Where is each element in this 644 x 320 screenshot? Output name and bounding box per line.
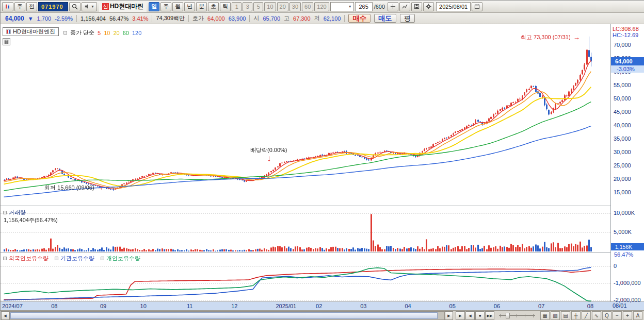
volume-chart-canvas[interactable]	[1, 206, 610, 252]
stock-label-box[interactable]: HD현대마린엔진	[3, 27, 59, 36]
current-volume-badge: 1,156K	[611, 243, 644, 250]
foreign-holdings-label: 외국인보유수량	[9, 255, 49, 262]
zoom-slider[interactable]	[499, 311, 535, 320]
chart-scrollbar[interactable]	[9, 311, 445, 320]
month-label: 11	[187, 303, 192, 309]
new-listing-badge: 신	[102, 3, 109, 10]
stock-name-label: HD현대마린	[110, 2, 143, 11]
period-tab-year[interactable]: 년	[184, 2, 195, 11]
rows-chart-icon[interactable]: ▤	[561, 311, 570, 320]
auto-scale-button[interactable]: A	[633, 311, 642, 320]
period-tab-tick[interactable]: 틱	[220, 2, 231, 11]
interval-60-button[interactable]: 60	[302, 2, 313, 11]
main-toolbar: 주 전 071970 ▼ 신 HD현대마린 일 주 월 년 분 초 틱 1 3 …	[1, 1, 644, 13]
legend-square-icon[interactable]	[63, 31, 67, 35]
interval-select[interactable]: ▼	[330, 2, 354, 11]
speaker-dropdown-icon[interactable]: ▼	[91, 5, 94, 8]
trade-amount: 74,309백만	[156, 14, 185, 22]
divider	[188, 15, 189, 22]
speaker-icon[interactable]: ▼	[82, 2, 97, 11]
month-label: 2024/07	[2, 303, 23, 309]
period-tab-week[interactable]: 주	[160, 2, 171, 11]
fast-forward-button[interactable]: ▶▶	[485, 311, 494, 320]
low-annotation-text: 최저 15,660 (09/06)	[44, 184, 94, 192]
institution-square-icon[interactable]	[55, 257, 58, 260]
interval-20-button[interactable]: 20	[277, 2, 288, 11]
trend-tool-icon[interactable]	[399, 2, 410, 11]
period-tab-month[interactable]: 월	[172, 2, 183, 11]
avg-button[interactable]: 평	[400, 14, 415, 23]
buy-button[interactable]: 매수	[348, 14, 371, 23]
date-input[interactable]: 2025/08/01	[436, 2, 471, 11]
ex-dividend-arrow-icon: ↓	[267, 154, 271, 164]
interval-30-button[interactable]: 30	[289, 2, 301, 11]
divider	[344, 15, 345, 22]
high-label: 고	[284, 14, 289, 22]
zoom-in-button[interactable]: +	[623, 311, 632, 320]
trendline-icon[interactable]: ╱	[582, 311, 591, 320]
week-button[interactable]: 주	[14, 2, 25, 11]
grid-chart-icon[interactable]: ▦	[540, 311, 550, 320]
crosshair-icon[interactable]: ┼	[571, 311, 581, 320]
institution-holdings-label: 기관보유수량	[60, 255, 94, 262]
stop-button[interactable]: ■	[475, 311, 485, 320]
x-axis[interactable]: 2024/0708091011122025/0102030405060708	[1, 301, 644, 310]
zoom-tick	[533, 314, 534, 317]
open-label: 시	[253, 14, 259, 22]
interval-10-button[interactable]: 10	[264, 2, 276, 11]
period-tab-day[interactable]: 일	[149, 2, 159, 11]
price-axis-label: 25,000	[614, 162, 631, 169]
volume-ratio: 56.47%	[109, 15, 128, 22]
scroll-right-button[interactable]: ▶	[445, 311, 453, 320]
interval-5-button[interactable]: 5	[253, 2, 263, 11]
individual-square-icon[interactable]	[101, 257, 104, 260]
month-label: 07	[538, 303, 544, 309]
interval-1-button[interactable]: 1	[232, 2, 242, 11]
indicator-settings-icon[interactable]: ▦	[3, 38, 10, 45]
low-label: 저	[314, 14, 320, 22]
holdings-axis-label: -1,000,000	[614, 280, 641, 286]
zoom-tool-icon[interactable]: Q	[602, 311, 611, 320]
volume-percent-label: 56.47%	[614, 251, 633, 258]
volume-square-icon[interactable]	[3, 211, 7, 214]
interval-3-button[interactable]: 3	[243, 2, 252, 11]
settings-gear-icon[interactable]	[423, 2, 434, 11]
quote-bar: 64,000 ▼ 1,700 -2.59% 1,156,404 56.47% 3…	[1, 13, 644, 24]
zoom-tick	[517, 314, 517, 317]
stock-code-input[interactable]: 071970	[38, 2, 68, 11]
zoom-tick	[500, 314, 501, 317]
split-chart-icon[interactable]: ▧	[551, 311, 560, 320]
current-price: 64,000	[5, 15, 24, 22]
volume-axis-label: 5,000K	[614, 229, 632, 235]
zoom-out-button[interactable]: −	[613, 311, 622, 320]
wave-tool-icon[interactable]: ∿	[592, 311, 601, 320]
bar-count-input[interactable]: 265	[355, 2, 373, 11]
foreign-square-icon[interactable]	[3, 257, 7, 260]
right-axis-column[interactable]: LC:308.68 HC:-12.69 64,000 -3.03% 1,156K…	[610, 24, 644, 301]
price-axis-label: 40,000	[614, 122, 631, 128]
select-tool-icon[interactable]	[388, 2, 398, 11]
period-tab-second[interactable]: 초	[208, 2, 219, 11]
calendar-icon[interactable]	[472, 2, 482, 11]
period-tab-minute[interactable]: 분	[196, 2, 207, 11]
search-icon[interactable]	[69, 2, 81, 11]
play-button[interactable]: ▶	[456, 311, 465, 320]
chart-type-icon[interactable]	[2, 2, 13, 11]
month-label: 10	[140, 303, 147, 309]
sell-button[interactable]: 매도	[374, 14, 396, 23]
scroll-left-button[interactable]: ◀	[1, 311, 9, 320]
scrollbar-thumb[interactable]	[10, 312, 438, 319]
zoom-slider-thumb[interactable]	[506, 313, 510, 318]
hc-indicator: HC:-12.69	[613, 32, 638, 38]
price-chart-canvas[interactable]	[1, 24, 610, 206]
prev-button[interactable]: 전	[26, 2, 37, 11]
legend-ma60: 60	[123, 30, 129, 36]
rewind-button[interactable]: ◀	[465, 311, 475, 320]
save-icon[interactable]	[411, 2, 422, 11]
change-percent: -2.59%	[55, 15, 73, 22]
legend-ma120: 120	[132, 30, 141, 36]
interval-120-button[interactable]: 120	[314, 2, 329, 11]
bar-total-label: /600	[374, 4, 385, 10]
change-arrow-icon: ▼	[28, 15, 34, 22]
candle-mini-icon	[6, 29, 11, 34]
